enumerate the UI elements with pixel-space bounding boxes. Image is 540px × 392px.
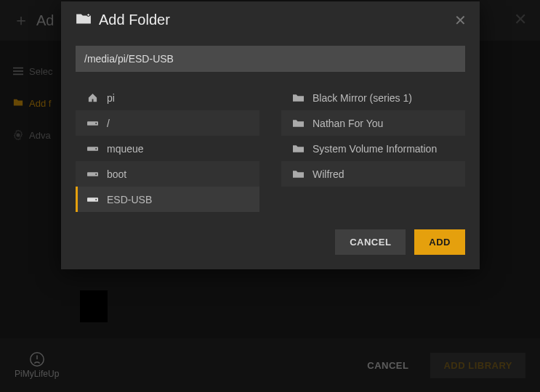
modal-title: Add Folder xyxy=(99,12,170,28)
path-input[interactable] xyxy=(76,46,465,72)
folder-row[interactable]: Nathan For You xyxy=(281,110,465,136)
add-button[interactable]: ADD xyxy=(414,229,465,255)
cancel-button[interactable]: CANCEL xyxy=(335,229,406,255)
folder-label: System Volume Information xyxy=(313,143,437,155)
modal-footer: CANCEL ADD xyxy=(61,218,480,258)
add-folder-modal: Add Folder ✕ pi / mqueue xyxy=(61,1,480,269)
drives-column: pi / mqueue boot xyxy=(76,85,259,212)
drive-label: / xyxy=(107,118,110,129)
drive-label: ESD-USB xyxy=(107,194,152,205)
home-icon xyxy=(86,92,98,104)
folder-label: Black Mirror (series 1) xyxy=(313,92,412,104)
drive-row-pi[interactable]: pi xyxy=(76,85,259,110)
drive-icon xyxy=(86,143,98,155)
drive-row-root[interactable]: / xyxy=(76,110,259,136)
modal-close-button[interactable]: ✕ xyxy=(454,12,467,29)
folder-icon xyxy=(292,118,304,129)
folder-row[interactable]: System Volume Information xyxy=(281,136,465,161)
drive-icon xyxy=(86,168,98,180)
folder-row[interactable]: Wilfred xyxy=(281,161,465,187)
drive-row-mqueue[interactable]: mqueue xyxy=(76,136,259,161)
svg-point-7 xyxy=(95,123,97,124)
drive-label: pi xyxy=(107,92,115,104)
folder-label: Wilfred xyxy=(313,168,344,180)
folder-icon xyxy=(292,92,304,104)
folder-plus-icon xyxy=(76,12,92,28)
drive-icon xyxy=(86,194,98,205)
folder-row[interactable]: Black Mirror (series 1) xyxy=(281,85,465,110)
drive-label: boot xyxy=(107,168,126,180)
svg-point-9 xyxy=(95,148,97,150)
svg-point-11 xyxy=(95,173,97,175)
drive-icon xyxy=(86,118,98,129)
folder-columns: pi / mqueue boot xyxy=(61,82,480,218)
folder-label: Nathan For You xyxy=(313,118,383,129)
modal-header: Add Folder xyxy=(61,1,480,36)
drive-row-boot[interactable]: boot xyxy=(76,161,259,187)
drive-label: mqueue xyxy=(107,143,144,155)
folders-column: Black Mirror (series 1) Nathan For You S… xyxy=(281,85,465,212)
folder-icon xyxy=(292,168,304,180)
drive-row-esd-usb[interactable]: ESD-USB xyxy=(76,187,259,212)
folder-icon xyxy=(292,143,304,155)
svg-point-13 xyxy=(95,199,97,200)
